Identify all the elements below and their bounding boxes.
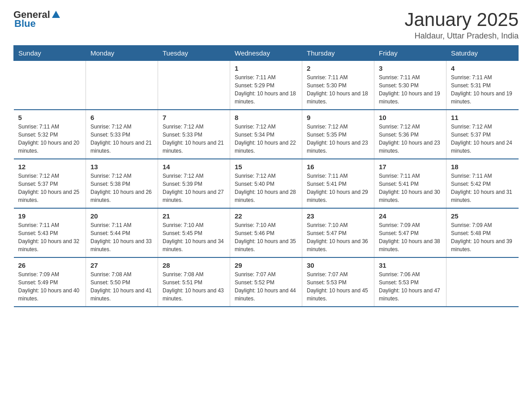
calendar-week-row: 12Sunrise: 7:12 AMSunset: 5:37 PMDayligh… xyxy=(14,159,519,208)
day-info: Sunrise: 7:11 AMSunset: 5:30 PMDaylight:… xyxy=(379,73,442,106)
calendar-cell: 8Sunrise: 7:12 AMSunset: 5:34 PMDaylight… xyxy=(230,110,302,159)
day-info: Sunrise: 7:10 AMSunset: 5:47 PMDaylight:… xyxy=(307,221,369,253)
page-header: General Blue January 2025 Haldaur, Uttar… xyxy=(13,9,519,41)
calendar-cell xyxy=(86,61,158,110)
logo-icon xyxy=(51,10,61,20)
day-info: Sunrise: 7:09 AMSunset: 5:47 PMDaylight:… xyxy=(379,221,442,253)
day-number: 11 xyxy=(451,114,514,121)
calendar-cell: 25Sunrise: 7:09 AMSunset: 5:48 PMDayligh… xyxy=(446,208,519,257)
calendar-cell: 21Sunrise: 7:10 AMSunset: 5:45 PMDayligh… xyxy=(158,208,230,257)
day-number: 7 xyxy=(163,114,225,121)
calendar-cell: 18Sunrise: 7:11 AMSunset: 5:42 PMDayligh… xyxy=(446,159,519,208)
day-number: 25 xyxy=(451,212,514,220)
day-info: Sunrise: 7:07 AMSunset: 5:52 PMDaylight:… xyxy=(235,270,297,303)
calendar-cell: 28Sunrise: 7:08 AMSunset: 5:51 PMDayligh… xyxy=(158,257,230,307)
calendar-cell: 11Sunrise: 7:12 AMSunset: 5:37 PMDayligh… xyxy=(446,110,519,159)
calendar-cell: 9Sunrise: 7:12 AMSunset: 5:35 PMDaylight… xyxy=(302,110,374,159)
calendar-cell xyxy=(14,61,86,110)
day-number: 18 xyxy=(451,163,514,171)
day-info: Sunrise: 7:12 AMSunset: 5:35 PMDaylight:… xyxy=(307,123,369,155)
day-number: 20 xyxy=(90,212,153,220)
calendar-cell: 19Sunrise: 7:11 AMSunset: 5:43 PMDayligh… xyxy=(14,208,86,257)
day-number: 10 xyxy=(379,114,442,121)
calendar-cell: 3Sunrise: 7:11 AMSunset: 5:30 PMDaylight… xyxy=(374,61,446,110)
day-number: 6 xyxy=(90,114,153,121)
location-subtitle: Haldaur, Uttar Pradesh, India xyxy=(404,31,519,41)
day-number: 21 xyxy=(163,212,225,220)
day-number: 14 xyxy=(163,163,225,171)
col-sunday: Sunday xyxy=(14,46,86,61)
day-number: 13 xyxy=(90,163,153,171)
day-number: 31 xyxy=(379,261,442,269)
col-monday: Monday xyxy=(86,46,158,61)
day-number: 27 xyxy=(90,261,153,269)
day-info: Sunrise: 7:11 AMSunset: 5:31 PMDaylight:… xyxy=(451,73,514,106)
calendar-header: Sunday Monday Tuesday Wednesday Thursday… xyxy=(14,46,519,61)
day-number: 3 xyxy=(379,64,442,72)
day-number: 23 xyxy=(307,212,369,220)
day-number: 30 xyxy=(307,261,369,269)
calendar-cell: 10Sunrise: 7:12 AMSunset: 5:36 PMDayligh… xyxy=(374,110,446,159)
day-number: 17 xyxy=(379,163,442,171)
day-info: Sunrise: 7:12 AMSunset: 5:36 PMDaylight:… xyxy=(379,123,442,155)
day-number: 4 xyxy=(451,64,514,72)
day-info: Sunrise: 7:11 AMSunset: 5:44 PMDaylight:… xyxy=(90,221,153,253)
day-info: Sunrise: 7:11 AMSunset: 5:41 PMDaylight:… xyxy=(379,172,442,204)
calendar-cell: 1Sunrise: 7:11 AMSunset: 5:29 PMDaylight… xyxy=(230,61,302,110)
calendar-cell: 16Sunrise: 7:11 AMSunset: 5:41 PMDayligh… xyxy=(302,159,374,208)
calendar-cell: 6Sunrise: 7:12 AMSunset: 5:33 PMDaylight… xyxy=(86,110,158,159)
calendar-cell: 7Sunrise: 7:12 AMSunset: 5:33 PMDaylight… xyxy=(158,110,230,159)
col-saturday: Saturday xyxy=(446,46,519,61)
calendar-cell: 30Sunrise: 7:07 AMSunset: 5:53 PMDayligh… xyxy=(302,257,374,307)
calendar-cell xyxy=(446,257,519,307)
calendar-cell: 29Sunrise: 7:07 AMSunset: 5:52 PMDayligh… xyxy=(230,257,302,307)
day-info: Sunrise: 7:12 AMSunset: 5:40 PMDaylight:… xyxy=(235,172,297,204)
day-info: Sunrise: 7:10 AMSunset: 5:45 PMDaylight:… xyxy=(163,221,225,253)
day-number: 2 xyxy=(307,64,369,72)
day-info: Sunrise: 7:10 AMSunset: 5:46 PMDaylight:… xyxy=(235,221,297,253)
calendar-cell: 22Sunrise: 7:10 AMSunset: 5:46 PMDayligh… xyxy=(230,208,302,257)
day-number: 22 xyxy=(235,212,297,220)
day-number: 5 xyxy=(18,114,82,121)
svg-marker-0 xyxy=(52,11,60,18)
calendar-week-row: 26Sunrise: 7:09 AMSunset: 5:49 PMDayligh… xyxy=(14,257,519,307)
day-number: 19 xyxy=(18,212,82,220)
day-number: 24 xyxy=(379,212,442,220)
logo-blue-text: Blue xyxy=(14,18,36,30)
day-info: Sunrise: 7:12 AMSunset: 5:33 PMDaylight:… xyxy=(163,123,225,155)
logo: General Blue xyxy=(13,9,61,30)
day-info: Sunrise: 7:12 AMSunset: 5:39 PMDaylight:… xyxy=(163,172,225,204)
day-info: Sunrise: 7:09 AMSunset: 5:48 PMDaylight:… xyxy=(451,221,514,253)
calendar-cell: 2Sunrise: 7:11 AMSunset: 5:30 PMDaylight… xyxy=(302,61,374,110)
day-info: Sunrise: 7:11 AMSunset: 5:29 PMDaylight:… xyxy=(235,73,297,106)
day-info: Sunrise: 7:11 AMSunset: 5:42 PMDaylight:… xyxy=(451,172,514,204)
day-number: 26 xyxy=(18,261,82,269)
day-info: Sunrise: 7:08 AMSunset: 5:50 PMDaylight:… xyxy=(90,270,153,303)
calendar-week-row: 1Sunrise: 7:11 AMSunset: 5:29 PMDaylight… xyxy=(14,61,519,110)
day-info: Sunrise: 7:12 AMSunset: 5:38 PMDaylight:… xyxy=(90,172,153,204)
day-info: Sunrise: 7:11 AMSunset: 5:30 PMDaylight:… xyxy=(307,73,369,106)
day-number: 29 xyxy=(235,261,297,269)
calendar-week-row: 19Sunrise: 7:11 AMSunset: 5:43 PMDayligh… xyxy=(14,208,519,257)
calendar-cell: 23Sunrise: 7:10 AMSunset: 5:47 PMDayligh… xyxy=(302,208,374,257)
day-number: 16 xyxy=(307,163,369,171)
day-info: Sunrise: 7:11 AMSunset: 5:43 PMDaylight:… xyxy=(18,221,82,253)
day-info: Sunrise: 7:12 AMSunset: 5:34 PMDaylight:… xyxy=(235,123,297,155)
day-number: 15 xyxy=(235,163,297,171)
col-friday: Friday xyxy=(374,46,446,61)
calendar-cell: 31Sunrise: 7:06 AMSunset: 5:53 PMDayligh… xyxy=(374,257,446,307)
calendar-cell: 5Sunrise: 7:11 AMSunset: 5:32 PMDaylight… xyxy=(14,110,86,159)
day-info: Sunrise: 7:12 AMSunset: 5:37 PMDaylight:… xyxy=(451,123,514,155)
calendar-cell xyxy=(158,61,230,110)
month-title: January 2025 xyxy=(404,9,519,30)
calendar-cell: 24Sunrise: 7:09 AMSunset: 5:47 PMDayligh… xyxy=(374,208,446,257)
day-number: 9 xyxy=(307,114,369,121)
day-info: Sunrise: 7:07 AMSunset: 5:53 PMDaylight:… xyxy=(307,270,369,303)
day-number: 28 xyxy=(163,261,225,269)
calendar-cell: 12Sunrise: 7:12 AMSunset: 5:37 PMDayligh… xyxy=(14,159,86,208)
calendar-cell: 13Sunrise: 7:12 AMSunset: 5:38 PMDayligh… xyxy=(86,159,158,208)
title-section: January 2025 Haldaur, Uttar Pradesh, Ind… xyxy=(404,9,519,41)
calendar-body: 1Sunrise: 7:11 AMSunset: 5:29 PMDaylight… xyxy=(14,61,519,307)
calendar-cell: 26Sunrise: 7:09 AMSunset: 5:49 PMDayligh… xyxy=(14,257,86,307)
calendar-table: Sunday Monday Tuesday Wednesday Thursday… xyxy=(13,45,519,307)
